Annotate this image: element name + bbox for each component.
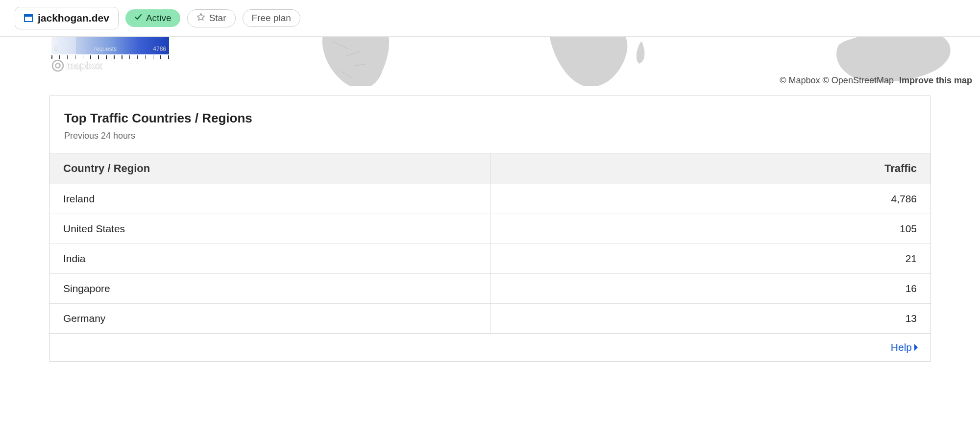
col-traffic: Traffic <box>490 153 931 184</box>
star-label: Star <box>209 13 226 24</box>
help-label: Help <box>891 341 912 353</box>
mapbox-icon <box>51 59 64 72</box>
attrib-osm[interactable]: © OpenStreetMap <box>823 75 894 85</box>
legend-max: 4786 <box>153 46 166 52</box>
card-subtitle: Previous 24 hours <box>64 131 916 141</box>
site-selector[interactable]: jackhogan.dev <box>15 7 119 29</box>
cell-traffic: 21 <box>490 244 931 274</box>
chevron-right-icon <box>914 343 919 351</box>
legend-peak-icon <box>153 37 163 39</box>
map-legend: 0 requests 4786 <box>51 37 169 59</box>
traffic-card: Top Traffic Countries / Regions Previous… <box>49 96 931 362</box>
mapbox-logo[interactable]: mapbox <box>51 59 102 72</box>
status-badge: Active <box>125 9 180 27</box>
map-silhouette-africa-south <box>549 37 647 86</box>
svg-point-2 <box>52 60 63 71</box>
cell-traffic: 4,786 <box>490 184 931 214</box>
cell-country: Singapore <box>49 274 490 304</box>
cell-country: Germany <box>49 304 490 334</box>
table-row: India21 <box>49 244 931 274</box>
cell-traffic: 13 <box>490 304 931 334</box>
mapbox-logo-text: mapbox <box>66 60 102 72</box>
legend-ticks <box>51 54 169 59</box>
map-area: 0 requests 4786 mapbox © Mapbox © OpenSt… <box>0 37 980 86</box>
cell-country: United States <box>49 214 490 244</box>
site-name: jackhogan.dev <box>38 12 109 24</box>
plan-label: Free plan <box>252 13 291 23</box>
star-icon <box>196 13 205 24</box>
plan-badge[interactable]: Free plan <box>243 9 300 27</box>
improve-map-link[interactable]: Improve this map <box>899 75 972 85</box>
table-row: Ireland4,786 <box>49 184 931 214</box>
map-silhouette-africa-west <box>318 37 407 86</box>
cell-traffic: 105 <box>490 214 931 244</box>
table-row: Germany13 <box>49 304 931 334</box>
legend-min: 0 <box>54 46 58 52</box>
window-icon <box>24 14 33 22</box>
check-icon <box>134 13 142 24</box>
map-attribution: © Mapbox © OpenStreetMap Improve this ma… <box>780 75 972 86</box>
star-button[interactable]: Star <box>187 9 236 27</box>
card-title: Top Traffic Countries / Regions <box>64 111 916 126</box>
cell-country: Ireland <box>49 184 490 214</box>
col-country: Country / Region <box>49 153 490 184</box>
attrib-mapbox[interactable]: © Mapbox <box>780 75 820 85</box>
table-row: Singapore16 <box>49 274 931 304</box>
help-link[interactable]: Help <box>891 341 919 353</box>
status-label: Active <box>146 13 172 24</box>
traffic-table: Country / Region Traffic Ireland4,786Uni… <box>49 153 931 334</box>
cell-traffic: 16 <box>490 274 931 304</box>
table-row: United States105 <box>49 214 931 244</box>
top-bar: jackhogan.dev Active Star Free plan <box>0 0 980 37</box>
legend-mid: requests <box>94 46 117 52</box>
cell-country: India <box>49 244 490 274</box>
svg-rect-1 <box>24 15 32 17</box>
